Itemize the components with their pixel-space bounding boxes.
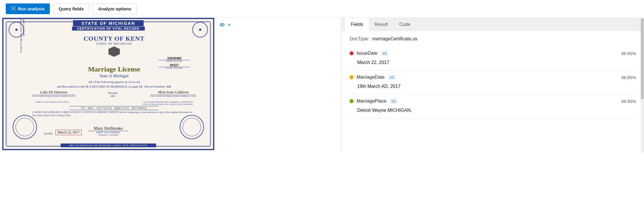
scrollbar-thumb[interactable] (641, 18, 644, 99)
query-fields-button[interactable]: Query fields (53, 3, 89, 14)
svg-point-0 (221, 24, 223, 26)
field-index-badge: #1 (388, 75, 395, 80)
court-seal-icon (180, 115, 204, 139)
field-name: IssueDate (356, 51, 377, 56)
county-title: COUNTY OF KENT (32, 35, 196, 42)
scan-icon (11, 6, 16, 12)
state-line: State of Michigan (32, 74, 196, 78)
doctype-label: DocType: (350, 36, 369, 41)
document-body: COUNTY OF KENT STATE OF MICHIGAN Marriag… (32, 35, 196, 117)
document-pane: STATE OF MICHIGAN CERTIFICATION OF VITAL… (0, 18, 341, 152)
preview-overlay-toggle (216, 20, 234, 30)
field-row[interactable]: MarriageDate#198.60%19th March AD. 2017 (350, 71, 636, 95)
between-label: between and (108, 92, 118, 97)
names-row: Luke Eli Harrison FULL NAME OF MALE (FIR… (32, 90, 196, 97)
signer-title: COUNTY CLERK (88, 134, 128, 136)
results-pane: Fields Result Code DocType: marriageCert… (341, 18, 644, 152)
state-crest-icon (108, 46, 120, 57)
chevron-down-icon[interactable] (227, 23, 231, 28)
field-name: MarriageDate (356, 75, 384, 80)
male-name-label: FULL NAME OF MALE (FIRST, MIDDLE, LAST) (32, 95, 75, 97)
bottom-banner: ANY ALTERATION OR ERASURE VOIDS THIS CER… (61, 144, 156, 147)
certify-text: I, MARY HOLLINRAKE, CLERK OF KENT COUNTY… (32, 111, 196, 117)
scrollbar[interactable] (641, 18, 644, 152)
signature-block: Mary Hollinrake MARY HOLLINRAKE COUNTY C… (88, 126, 128, 136)
eye-icon[interactable] (219, 22, 225, 29)
field-index-badge: #1 (381, 51, 388, 56)
dated-value: March 22, 2017 (55, 130, 81, 135)
tab-code[interactable]: Code (394, 18, 416, 31)
tab-result[interactable]: Result (369, 18, 393, 31)
field-row[interactable]: IssueDate#199.50%March 22, 2017 (350, 47, 636, 71)
analyze-options-button[interactable]: Analyze options (93, 3, 137, 14)
female-name: Myla Kate Calderon (151, 90, 196, 95)
state-seal-icon (13, 115, 37, 139)
result-tabs: Fields Result Code (341, 18, 644, 31)
document-preview[interactable]: STATE OF MICHIGAN CERTIFICATION OF VITAL… (2, 18, 214, 150)
run-analysis-label: Run analysis (18, 6, 45, 11)
vertical-instruction: Except for signature, spaces left blank … (20, 18, 25, 54)
field-color-dot (350, 51, 354, 55)
tab-fields[interactable]: Fields (345, 18, 369, 31)
signature: Mary Hollinrake (88, 126, 128, 131)
workspace: STATE OF MICHIGAN CERTIFICATION OF VITAL… (0, 18, 644, 152)
cert-banner: CERTIFICATION OF VITAL RECORD (72, 27, 145, 31)
field-color-dot (350, 75, 354, 79)
female-name-label: FULL NAME OF FEMALE (FIRST, MIDDLE, LAST… (151, 95, 196, 97)
field-row[interactable]: MarriagePlace#199.50%Detroit Wayne MICHI… (350, 95, 636, 118)
appears-line: All of the following appears as of recor… (32, 80, 196, 84)
fields-list: IssueDate#199.50%March 22, 2017MarriageD… (350, 47, 636, 118)
field-confidence: 99.50% (621, 99, 636, 104)
field-value: March 22, 2017 (357, 60, 636, 65)
magistrate-labels: NAME OF MAGISTRATE OR CLERGY LAST NAME B… (32, 101, 196, 105)
doctype-row: DocType: marriageCertificate.us (350, 36, 636, 41)
dated-label: DATED: (44, 132, 53, 135)
field-color-dot (350, 99, 354, 103)
service-text: In war service against Germany (70, 106, 158, 110)
doc-title: Marriage License (32, 65, 196, 73)
result-body: DocType: marriageCertificate.us IssueDat… (341, 31, 644, 152)
field-confidence: 98.60% (621, 75, 636, 80)
field-index-badge: #1 (390, 99, 397, 104)
recorded-line: and Recorded in Liber 8 of RECORD OF MAR… (32, 85, 196, 88)
field-value: Detroit Wayne MICHIGAN, (357, 108, 636, 113)
state-banner: STATE OF MICHIGAN (73, 20, 144, 26)
field-confidence: 99.50% (621, 51, 636, 56)
field-value: 19th March AD. 2017 (357, 84, 636, 89)
field-name: MarriagePlace (356, 99, 386, 104)
county-subtitle: STATE OF MICHIGAN (32, 42, 196, 45)
dated-block: DATED: March 22, 2017 (44, 130, 82, 135)
toolbar: Run analysis Query fields Analyze option… (0, 0, 644, 18)
doctype-value: marriageCertificate.us (372, 36, 418, 41)
male-name: Luke Eli Harrison (32, 90, 75, 95)
signer-name: MARY HOLLINRAKE (88, 131, 128, 134)
run-analysis-button[interactable]: Run analysis (6, 3, 50, 14)
